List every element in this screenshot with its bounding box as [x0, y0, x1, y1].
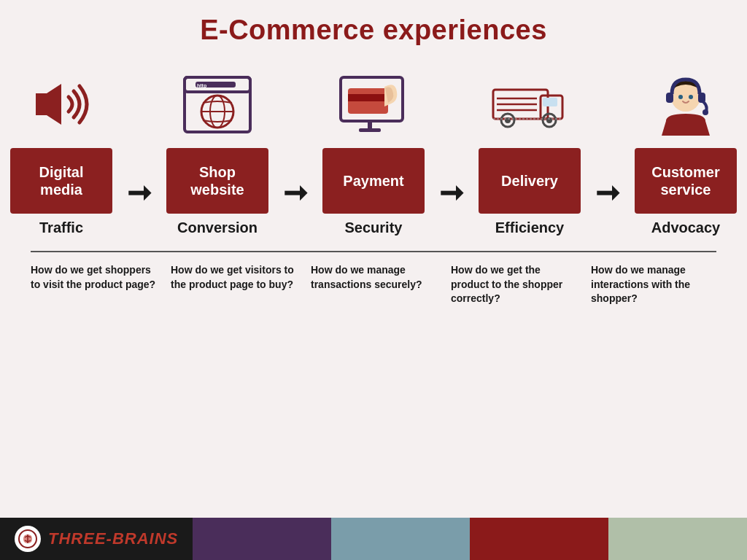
box-digital-media: Digital media	[10, 148, 112, 214]
desc-traffic: How do we get shoppers to visit the prod…	[31, 263, 156, 306]
svg-rect-15	[543, 98, 557, 106]
color-bar-teal	[331, 518, 470, 560]
svg-point-20	[505, 117, 511, 123]
svg-rect-12	[348, 94, 388, 101]
browser-icon: http	[181, 74, 254, 136]
headset-icon	[651, 74, 721, 136]
flow-section: Digital media Traffic ➞ http	[22, 68, 725, 236]
main-container: E-Commerce experiences Digital media Tra…	[0, 0, 747, 518]
category-advocacy: Advocacy	[651, 219, 721, 236]
column-digital-media: Digital media Traffic	[0, 68, 127, 236]
brain-logo-icon	[18, 529, 38, 549]
column-delivery: Delivery Efficiency	[464, 68, 595, 236]
svg-rect-9	[368, 121, 372, 128]
descriptions-section: How do we get shoppers to visit the prod…	[31, 263, 716, 306]
desc-efficiency: How do we get the product to the shopper…	[451, 263, 576, 306]
color-bar-sage	[608, 518, 747, 560]
box-shop-website: Shop website	[166, 148, 268, 214]
desc-security: How do we manage transactions securely?	[311, 263, 436, 306]
svg-point-26	[689, 95, 693, 99]
svg-rect-27	[666, 93, 673, 103]
column-shop-website: http Shop website Conversion	[152, 68, 283, 236]
shop-website-icon-area: http	[181, 68, 254, 141]
column-payment: Payment Security	[308, 68, 439, 236]
svg-point-25	[678, 95, 683, 99]
brand-section: THREE-BRAINS	[0, 518, 193, 560]
payment-icon-area	[337, 68, 410, 141]
column-customer-service: Customer service Advocacy	[620, 68, 747, 236]
svg-point-29	[703, 109, 708, 115]
box-delivery: Delivery	[479, 148, 581, 214]
desc-conversion: How do we get visitors to the product pa…	[171, 263, 296, 306]
delivery-icon	[489, 75, 570, 133]
category-efficiency: Efficiency	[495, 219, 564, 236]
delivery-icon-area	[489, 68, 570, 141]
desc-advocacy: How do we manage interactions with the s…	[591, 263, 716, 306]
arrow-4: ➞	[595, 98, 620, 207]
arrow-1: ➞	[127, 98, 152, 207]
customer-service-icon-area	[651, 68, 721, 141]
speaker-icon	[28, 75, 94, 133]
section-divider	[31, 251, 716, 252]
box-payment: Payment	[322, 148, 425, 214]
svg-marker-0	[36, 84, 61, 125]
category-conversion: Conversion	[177, 219, 258, 236]
svg-point-22	[546, 117, 552, 123]
page-title: E-Commerce experiences	[200, 15, 547, 46]
category-traffic: Traffic	[39, 219, 83, 236]
arrow-3: ➞	[439, 98, 464, 207]
box-customer-service: Customer service	[635, 148, 737, 214]
payment-icon	[337, 74, 410, 136]
arrow-2: ➞	[283, 98, 308, 207]
bottom-bar: THREE-BRAINS	[0, 518, 747, 560]
digital-media-icon-area	[28, 68, 94, 141]
svg-text:http: http	[197, 83, 206, 89]
brand-logo	[15, 526, 41, 552]
category-security: Security	[345, 219, 403, 236]
color-bar-red	[470, 518, 608, 560]
svg-rect-10	[359, 128, 381, 132]
color-bar-purple	[193, 518, 331, 560]
brand-name: THREE-BRAINS	[48, 529, 178, 548]
